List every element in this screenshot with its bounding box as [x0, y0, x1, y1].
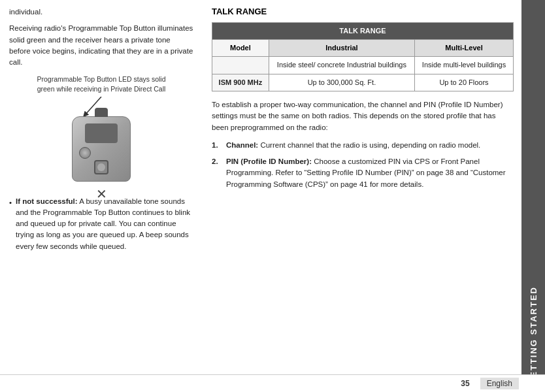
- table-col1-value: Up to 300,000 Sq. Ft.: [269, 74, 414, 91]
- left-para1: individual.: [9, 7, 193, 18]
- page-footer: 35 English: [0, 374, 545, 392]
- right-column: TALK RANGE TALK RANGE Model Industrial M…: [203, 0, 521, 392]
- table-model-header: Model: [212, 39, 269, 56]
- table-col2-header: Multi-Level: [415, 39, 514, 56]
- list-text-1: Channel: Current channel that the radio …: [226, 140, 480, 151]
- bullet-item-not-successful: • If not successful: A busy unavailable …: [9, 196, 193, 252]
- radio-connector-inner: [97, 163, 105, 171]
- radio-top-button: [95, 108, 108, 117]
- radio-body: [72, 116, 131, 182]
- list-body-1: Current channel that the radio is using,…: [258, 141, 480, 149]
- bullet-section: • If not successful: A busy unavailable …: [9, 196, 193, 252]
- talk-range-table: TALK RANGE Model Industrial Multi-Level …: [212, 22, 514, 92]
- left-column: individual. Receiving radio's Programmab…: [0, 0, 203, 392]
- callout-text: Programmable Top Button LED stays solid …: [29, 74, 173, 93]
- callout-area: Programmable Top Button LED stays solid …: [9, 74, 193, 188]
- table-main-header: TALK RANGE: [212, 22, 514, 39]
- table-col1-header: Industrial: [269, 39, 414, 56]
- numbered-list: 1. Channel: Current channel that the rad…: [212, 140, 514, 190]
- body-paragraph: To establish a proper two-way communicat…: [212, 99, 514, 133]
- cross-symbol: ✕: [52, 184, 150, 204]
- table-col2-value: Up to 20 Floors: [415, 74, 514, 91]
- section-title: TALK RANGE: [212, 5, 514, 18]
- table-col2-sub: Inside multi-level buildings: [415, 57, 514, 74]
- list-item-2: 2. PIN (Profile ID Number): Choose a cus…: [212, 156, 514, 190]
- list-bold-2: PIN (Profile ID Number):: [226, 157, 312, 165]
- left-para2: Receiving radio's Programmable Top Butto…: [9, 23, 193, 68]
- list-text-2: PIN (Profile ID Number): Choose a custom…: [226, 156, 514, 190]
- radio-illustration: ✕: [52, 116, 150, 188]
- radio-connector: [94, 160, 108, 174]
- sidebar-label: GETTING STARTED: [529, 286, 538, 385]
- list-num-1: 1.: [212, 140, 221, 151]
- sidebar: GETTING STARTED: [521, 0, 545, 392]
- page-number: 35: [461, 379, 469, 388]
- list-num-2: 2.: [212, 156, 221, 190]
- page-language: English: [480, 378, 519, 389]
- list-bold-1: Channel:: [226, 141, 258, 149]
- bullet-dot: •: [9, 197, 12, 252]
- radio-speaker: [85, 123, 118, 143]
- table-model-value: ISM 900 MHz: [212, 74, 269, 91]
- bullet-text: If not successful: A busy unavailable to…: [16, 196, 193, 252]
- table-model-subrow: [212, 57, 269, 74]
- list-item-1: 1. Channel: Current channel that the rad…: [212, 140, 514, 151]
- table-col1-sub: Inside steel/ concrete Industrial buildi…: [269, 57, 414, 74]
- radio-knob: [79, 147, 91, 159]
